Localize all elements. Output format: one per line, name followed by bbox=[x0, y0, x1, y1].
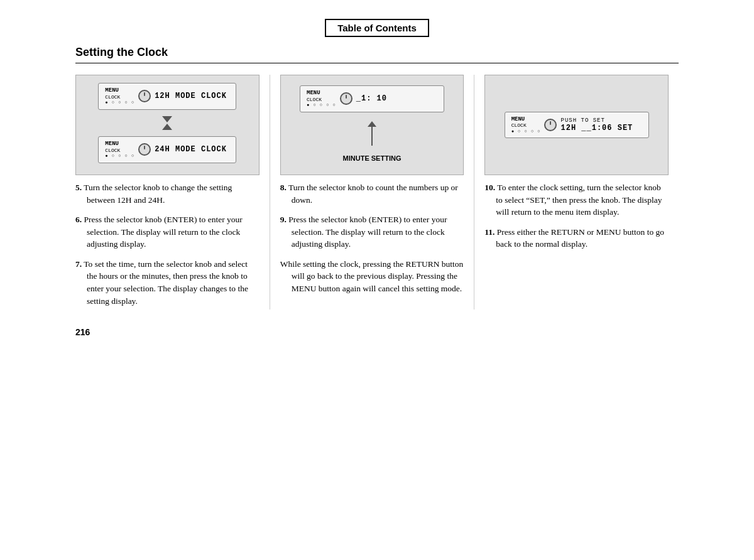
arrows bbox=[162, 116, 172, 130]
lcd-content-bottom: 24H MODE CLOCK bbox=[155, 145, 229, 154]
lcd-left-center: MENU CLOCK ● ○ ○ ○ ○ bbox=[307, 90, 336, 108]
arrow-up-icon bbox=[162, 124, 172, 130]
knob-top bbox=[138, 90, 151, 102]
column-1: MENU CLOCK ● ○ ○ ○ ○ 12H MODE CLOCK MENU bbox=[75, 75, 270, 310]
arrow-up-long bbox=[368, 121, 376, 146]
clock-label-center: CLOCK bbox=[307, 97, 336, 103]
section-title: Setting the Clock bbox=[75, 46, 679, 59]
dots-top: ● ○ ○ ○ ○ bbox=[105, 100, 134, 105]
minute-setting-label: MINUTE SETTING bbox=[343, 154, 402, 162]
knob-center bbox=[340, 92, 352, 105]
lcd-content-top: 12H MODE CLOCK bbox=[155, 92, 229, 100]
instruction-while: While setting the clock, pressing the RE… bbox=[280, 258, 464, 295]
column-2: MENU CLOCK ● ○ ○ ○ ○ _1: 10 MINUTE SETTI… bbox=[270, 75, 475, 310]
columns-container: MENU CLOCK ● ○ ○ ○ ○ 12H MODE CLOCK MENU bbox=[75, 75, 679, 310]
lcd-content-right: 12H __1:06 SET bbox=[560, 124, 642, 132]
instructions-col3: 10. To enter the clock setting, turn the… bbox=[484, 181, 669, 253]
arrow-down-icon bbox=[162, 116, 172, 122]
menu-label-top: MENU bbox=[105, 87, 134, 94]
lcd-display-right: MENU CLOCK ● ○ ○ ○ ○ PUSH TO SET 12H __1… bbox=[505, 112, 649, 139]
lcd-display-top: MENU CLOCK ● ○ ○ ○ ○ 12H MODE CLOCK bbox=[98, 83, 236, 110]
instruction-7: 7. To set the time, turn the selector kn… bbox=[75, 258, 260, 307]
right-display-panel: MENU CLOCK ● ○ ○ ○ ○ PUSH TO SET 12H __1… bbox=[484, 75, 669, 175]
push-to-set-label: PUSH TO SET bbox=[560, 117, 642, 124]
lcd-content-center: _1: 10 bbox=[356, 94, 437, 103]
clock-label-right: CLOCK bbox=[511, 122, 541, 129]
lcd-display-bottom: MENU CLOCK ● ○ ○ ○ ○ 24H MODE CLOCK bbox=[98, 136, 236, 163]
center-display-panel: MENU CLOCK ● ○ ○ ○ ○ _1: 10 MINUTE SETTI… bbox=[280, 75, 464, 175]
left-display-panel: MENU CLOCK ● ○ ○ ○ ○ 12H MODE CLOCK MENU bbox=[75, 75, 260, 175]
instructions-col1: 5. Turn the selector knob to change the … bbox=[75, 181, 260, 310]
dots-center: ● ○ ○ ○ ○ bbox=[307, 102, 336, 107]
instruction-10: 10. To enter the clock setting, turn the… bbox=[484, 181, 669, 218]
page-number: 216 bbox=[75, 327, 679, 337]
lcd-display-center: MENU CLOCK ● ○ ○ ○ ○ _1: 10 bbox=[300, 85, 444, 112]
instruction-11: 11. Press either the RETURN or MENU butt… bbox=[484, 226, 669, 250]
knob-bottom bbox=[138, 143, 151, 156]
page-container: Table of Contents Setting the Clock MENU… bbox=[0, 0, 754, 560]
instructions-col2: 8. Turn the selector knob to count the n… bbox=[280, 181, 464, 298]
knob-right bbox=[544, 119, 557, 131]
section-divider bbox=[75, 63, 679, 63]
lcd-left-right: MENU CLOCK ● ○ ○ ○ ○ bbox=[511, 116, 541, 134]
lcd-left-bottom: MENU CLOCK ● ○ ○ ○ ○ bbox=[105, 141, 134, 159]
clock-label-bottom: CLOCK bbox=[105, 148, 134, 154]
clock-label-top: CLOCK bbox=[105, 94, 134, 100]
menu-label-right: MENU bbox=[511, 116, 541, 123]
instruction-5: 5. Turn the selector knob to change the … bbox=[75, 181, 260, 206]
menu-label-center: MENU bbox=[307, 90, 336, 97]
toc-button-container: Table of Contents bbox=[75, 19, 679, 37]
menu-label-bottom: MENU bbox=[105, 141, 134, 148]
instruction-6: 6. Press the selector knob (ENTER) to en… bbox=[75, 213, 260, 250]
dots-bottom: ● ○ ○ ○ ○ bbox=[105, 153, 134, 158]
dots-right: ● ○ ○ ○ ○ bbox=[511, 129, 541, 134]
arrow-tip bbox=[368, 121, 376, 127]
lcd-left-top: MENU CLOCK ● ○ ○ ○ ○ bbox=[105, 87, 134, 105]
toc-button[interactable]: Table of Contents bbox=[325, 19, 429, 37]
instruction-9: 9. Press the selector knob (ENTER) to en… bbox=[280, 213, 464, 250]
arrow-line bbox=[371, 127, 373, 146]
column-3: MENU CLOCK ● ○ ○ ○ ○ PUSH TO SET 12H __1… bbox=[474, 75, 679, 310]
instruction-8: 8. Turn the selector knob to count the n… bbox=[280, 181, 464, 206]
lcd-right-content: PUSH TO SET 12H __1:06 SET bbox=[560, 117, 642, 132]
